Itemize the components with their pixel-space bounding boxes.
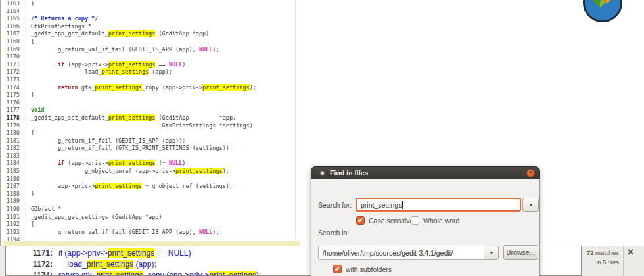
code-segment: g_object_unref (app->priv-> [31,168,175,174]
code-segment: (app->priv-> [64,61,108,68]
match-highlight: print_settings [209,271,256,276]
code-segment: } [31,191,34,197]
chevron-down-icon [529,204,533,206]
line-number: 1180 [1,129,20,137]
result-line-number: 1171: [6,248,58,259]
code-segment: GObject * [31,206,61,212]
line-number: 1184 [1,160,20,168]
panel-close-button[interactable]: ✕ [627,247,634,257]
line-number: 1169 [1,46,20,54]
path-dropdown[interactable] [484,246,499,260]
code-line: 1165/* Returns a copy */ [1,15,300,23]
match-highlight: print_settings [108,160,156,166]
panel-separator [623,246,624,276]
line-content: void [20,106,44,114]
line-number: 1181 [1,137,20,145]
line-content: app->priv->print_settings = g_object_ref… [20,183,233,191]
checkbox-checked[interactable]: ✔ [356,216,365,225]
files-count: in 5 files [585,258,619,267]
code-segment: app->priv-> [31,183,95,189]
match-highlight: print_settings [95,183,142,189]
path-input-value: /home/oliver/tmp/sources/gedit-3.4.1/ged… [323,249,453,257]
result-line-text: if (app->priv->print_settings == NULL) [58,248,191,259]
search-history-dropdown[interactable] [522,198,539,212]
line-number: 1174 [1,84,20,92]
code-segment: if (app->priv-> [58,248,108,258]
code-line: 1175} [1,91,300,99]
match-highlight: print_settings [108,61,156,68]
browse-button[interactable]: Browse... [503,245,538,260]
code-segment: ); [223,168,229,174]
line-number: 1191 [1,214,20,221]
code-line: 1181 g_return_if_fail (GEDIT_IS_APP (app… [1,137,300,145]
search-input-value: print_settings [361,201,402,209]
code-segment: (app); [149,68,172,75]
search-input[interactable]: print_settings [356,198,521,212]
code-line: 1170 [1,53,300,61]
match-highlight: print_settings [87,260,133,269]
line-content: { [20,129,34,137]
code-segment: g_return_val_if_fail (GEDIT_IS_APP (app)… [31,46,199,53]
code-segment: ); [256,271,261,276]
code-line: 1187 app->priv->print_settings = g_objec… [1,183,300,191]
case-sensitive-checkbox[interactable]: ✔Case sensitive [356,216,413,225]
line-content: { [20,221,34,229]
code-segment: ); [212,229,219,235]
checkbox-label: Whole word [423,217,459,225]
line-content: /* Returns a copy */ [20,15,98,23]
current-line-highlight [3,241,300,246]
line-number: 1178 [1,114,20,122]
checkbox-label: with subfolders [346,265,392,273]
dialog-close-button[interactable]: ✕ [526,169,535,177]
code-line: 1180{ [1,129,300,137]
line-content: load_print_settings (app); [20,68,172,76]
line-number: 1188 [1,191,20,198]
code-line: 1179 GtkPrintSettings *settings) [1,122,300,130]
checkbox-unchecked[interactable] [411,216,419,225]
code-line: 1182 g_return_if_fail (GTK_IS_PRINT_SETT… [1,145,300,152]
code-segment: return [58,84,78,91]
code-line: 1174 return gtk_print_settings_copy (app… [1,84,300,92]
code-segment: load_ [31,68,101,75]
code-segment: (app); [133,260,156,269]
checkbox-checked[interactable]: ✔ [333,265,342,273]
dialog-title: Find in files [330,169,526,177]
whole-word-checkbox[interactable]: Whole word [411,216,459,225]
line-number: 1170 [1,53,20,61]
code-editor[interactable]: 1163}11641165/* Returns a copy */1166Gtk… [0,0,300,246]
code-segment: ); [212,46,219,53]
match-count-word: matches [593,249,619,256]
code-line: 1183 [1,152,300,160]
code-segment: /* Returns a copy */ [31,15,98,22]
code-segment: GtkPrintSettings *settings) [31,122,253,129]
code-segment: gtk_ [78,84,95,91]
code-segment: { [31,129,34,136]
code-line: 1176 [1,99,300,107]
dialog-titlebar[interactable]: Find in files ✕ [311,166,540,179]
result-line-number: 1174: [6,270,58,276]
with-subfolders-checkbox[interactable]: ✔with subfolders [333,265,392,273]
window-menu-icon[interactable] [320,171,325,175]
match-highlight: print_settings [96,271,143,276]
code-line: 1163} [1,0,300,8]
close-icon: ✕ [528,170,532,175]
line-number: 1187 [1,183,20,191]
code-segment: _gedit_app_get_settings (GeditApp *app) [31,214,162,220]
line-content: if (app->priv->print_settings == NULL) [20,61,185,69]
code-segment [31,160,58,166]
code-segment: _gedit_app_get_default_ [31,30,108,37]
code-segment: } [31,91,34,98]
code-segment: g_return_if_fail (GEDIT_IS_APP (app)); [31,137,185,144]
line-content: if (app->priv->print_settings != NULL) [20,160,185,168]
code-segment: if [58,61,64,68]
line-content: GtkPrintSettings * [20,23,91,31]
app-logo-icon [582,0,623,23]
match-count: 72 matches in 5 files [585,248,619,267]
path-input[interactable]: /home/oliver/tmp/sources/gedit-3.4.1/ged… [318,246,484,260]
code-segment: _gedit_app_set_default_ [31,114,108,121]
code-line: 1168{ [1,38,300,46]
line-number: 1190 [1,206,20,214]
line-content: } [20,0,34,8]
code-line: 1173 [1,76,300,84]
code-line: 1186 [1,175,300,183]
